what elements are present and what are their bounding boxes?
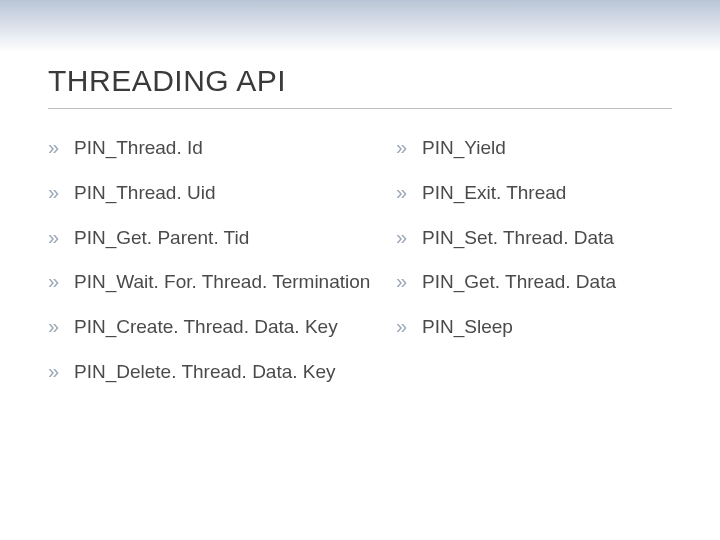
list-item: » PIN_Thread. Id (48, 137, 388, 160)
item-label: PIN_Get. Parent. Tid (74, 227, 249, 250)
item-label: PIN_Delete. Thread. Data. Key (74, 361, 336, 384)
bullet-icon: » (48, 316, 74, 336)
list-item: » PIN_Get. Thread. Data (396, 271, 656, 294)
item-label: PIN_Sleep (422, 316, 513, 339)
item-label: PIN_Set. Thread. Data (422, 227, 614, 250)
list-item: » PIN_Sleep (396, 316, 656, 339)
list-item: » PIN_Exit. Thread (396, 182, 656, 205)
item-label: PIN_Thread. Uid (74, 182, 216, 205)
list-item: » PIN_Yield (396, 137, 656, 160)
item-label: PIN_Exit. Thread (422, 182, 566, 205)
list-item: » PIN_Set. Thread. Data (396, 227, 656, 250)
bullet-icon: » (396, 271, 422, 291)
bullet-icon: » (396, 182, 422, 202)
item-label: PIN_Get. Thread. Data (422, 271, 616, 294)
bullet-icon: » (396, 227, 422, 247)
item-label: PIN_Yield (422, 137, 506, 160)
list-item: » PIN_Delete. Thread. Data. Key (48, 361, 388, 384)
bullet-icon: » (396, 137, 422, 157)
page-title: THREADING API (48, 64, 672, 109)
left-column: » PIN_Thread. Id » PIN_Thread. Uid » PIN… (48, 137, 388, 406)
header-gradient-band (0, 0, 720, 52)
bullet-icon: » (48, 182, 74, 202)
list-item: » PIN_Wait. For. Thread. Termination (48, 271, 388, 294)
bullet-icon: » (396, 316, 422, 336)
item-label: PIN_Wait. For. Thread. Termination (74, 271, 370, 294)
list-item: » PIN_Get. Parent. Tid (48, 227, 388, 250)
bullet-icon: » (48, 227, 74, 247)
list-item: » PIN_Create. Thread. Data. Key (48, 316, 388, 339)
bullet-icon: » (48, 361, 74, 381)
content-columns: » PIN_Thread. Id » PIN_Thread. Uid » PIN… (48, 137, 672, 406)
bullet-icon: » (48, 137, 74, 157)
list-item: » PIN_Thread. Uid (48, 182, 388, 205)
item-label: PIN_Create. Thread. Data. Key (74, 316, 338, 339)
slide-body: THREADING API » PIN_Thread. Id » PIN_Thr… (0, 52, 720, 406)
right-column: » PIN_Yield » PIN_Exit. Thread » PIN_Set… (396, 137, 656, 406)
item-label: PIN_Thread. Id (74, 137, 203, 160)
bullet-icon: » (48, 271, 74, 291)
